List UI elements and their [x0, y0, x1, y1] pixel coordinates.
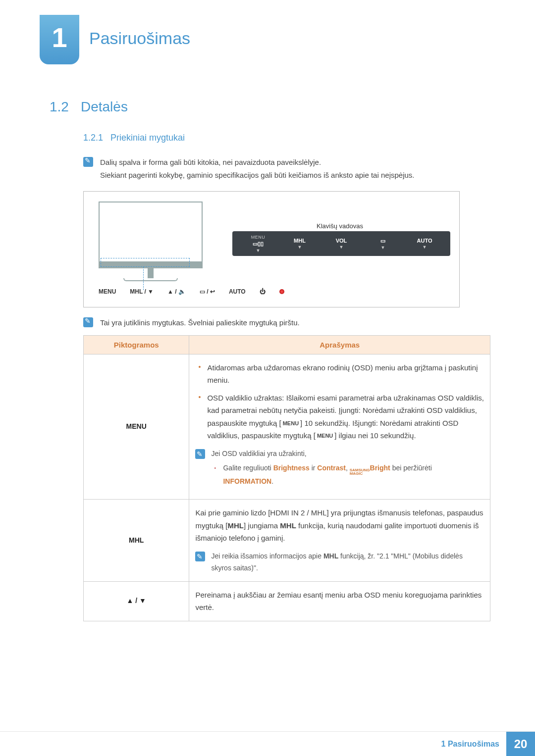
osd-key-guide: MENU ▭▯▯ ▼ MHL ▼ VOL ▼ ▭ ▼ AUTO ▼ [232, 231, 450, 256]
note-line: Siekiant pagerinti kokybę, gaminio speci… [100, 169, 415, 182]
cell-desc-mhl: Kai prie gaminio lizdo [HDMI IN 2 / MHL]… [189, 500, 490, 581]
inner-note: Jei reikia išsamios informacijos apie MH… [195, 551, 484, 574]
front-buttons-diagram: Klavišų vadovas MENU ▭▯▯ ▼ MHL ▼ VOL ▼ ▭… [83, 191, 460, 307]
osd-auto-label: AUTO [417, 238, 432, 244]
osd-vol-label: VOL [336, 238, 347, 244]
page-footer: 1 Pasiruošimas 20 [0, 731, 535, 756]
note-block: Dalių spalva ir forma gali būti kitokia,… [83, 156, 490, 181]
chapter-title: Pasiruošimas [89, 29, 190, 48]
btn-menu: MENU [99, 288, 116, 295]
monitor-illustration [99, 202, 203, 281]
bullet: OSD valdiklio užraktas: Išlaikomi esami … [198, 392, 484, 442]
osd-menu: MENU ▭▯▯ ▼ [237, 235, 279, 253]
section-title: Detalės [81, 99, 128, 115]
osd-mhl: MHL ▼ [279, 238, 321, 250]
samsung-magic-icon: SAMSUNGMAGIC [350, 468, 370, 475]
subsection-title: Priekiniai mygtukai [110, 133, 185, 143]
bullet: Atidaromas arba uždaromas ekrano rodinių… [198, 361, 484, 387]
note-line: Dalių spalva ir forma gali būti kitokia,… [100, 156, 415, 169]
physical-button-row: MENU MHL / ▼ ▲ / 🔈 ▭ / ↩ AUTO ⏻ [99, 288, 284, 295]
osd-auto: AUTO ▼ [404, 238, 445, 250]
osd-menu-icon: ▭▯▯ [253, 241, 264, 247]
note-icon [195, 552, 205, 561]
note-text: Tai yra jutiklinis mygtukas. Švelniai pa… [100, 316, 300, 329]
osd-mhl-label: MHL [294, 238, 306, 244]
osd-source-icon: ▭ [380, 238, 385, 244]
inner-note: Jei OSD valdikliai yra užrakinti, Galite… [195, 448, 484, 493]
table-row: MENU Atidaromas arba uždaromas ekrano ro… [84, 354, 490, 500]
btn-vol: ▲ / 🔈 [167, 288, 186, 295]
callout-line [143, 267, 144, 290]
osd-menu-label: MENU [251, 235, 266, 240]
btn-mhl: MHL / ▼ [130, 288, 154, 295]
power-led-icon [279, 289, 284, 294]
note-block: Tai yra jutiklinis mygtukas. Švelniai pa… [83, 316, 490, 329]
btn-auto: AUTO [229, 288, 246, 295]
table-row: MHL Kai prie gaminio lizdo [HDMI IN 2 / … [84, 500, 490, 581]
osd-vol: VOL ▼ [321, 238, 362, 250]
bullet: Galite reguliuoti Brightness ir Contrast… [214, 462, 484, 487]
cell-desc-arrows: Pereinama į aukščiau ar žemiau esantį me… [189, 581, 490, 621]
subsection-heading: 1.2.1 Priekiniai mygtukai [40, 133, 495, 143]
cell-icon-mhl: MHL [84, 500, 189, 581]
footer-chapter-label: 1 Pasiruošimas [441, 740, 499, 749]
callout-box [101, 258, 190, 267]
btn-power-icon: ⏻ [260, 288, 266, 295]
chapter-header: 1 Pasiruošimas [40, 15, 495, 64]
section-heading: 1.2 Detalės [40, 99, 495, 115]
subsection-number: 1.2.1 [83, 133, 103, 143]
cell-desc-menu: Atidaromas arba uždaromas ekrano rodinių… [189, 354, 490, 500]
btn-source: ▭ / ↩ [200, 288, 215, 295]
note-text: Dalių spalva ir forma gali būti kitokia,… [100, 156, 415, 181]
note-icon [83, 157, 93, 167]
th-desc: Aprašymas [189, 335, 490, 354]
th-icons: Piktogramos [84, 335, 189, 354]
button-description-table: Piktogramos Aprašymas MENU Atidaromas ar… [83, 335, 490, 621]
page-number: 20 [506, 732, 535, 756]
cell-icon-menu: MENU [84, 354, 189, 500]
table-row: ▲ / ▼ Pereinama į aukščiau ar žemiau esa… [84, 581, 490, 621]
note-icon [83, 317, 93, 327]
osd-source: ▭ ▼ [362, 238, 404, 250]
section-number: 1.2 [50, 99, 69, 115]
note-icon [195, 449, 205, 459]
inner-note-head: Jei OSD valdikliai yra užrakinti, [211, 448, 484, 460]
key-guide-label: Klavišų vadovas [317, 222, 363, 230]
chapter-number-badge: 1 [40, 15, 79, 64]
cell-icon-arrows: ▲ / ▼ [84, 581, 189, 621]
